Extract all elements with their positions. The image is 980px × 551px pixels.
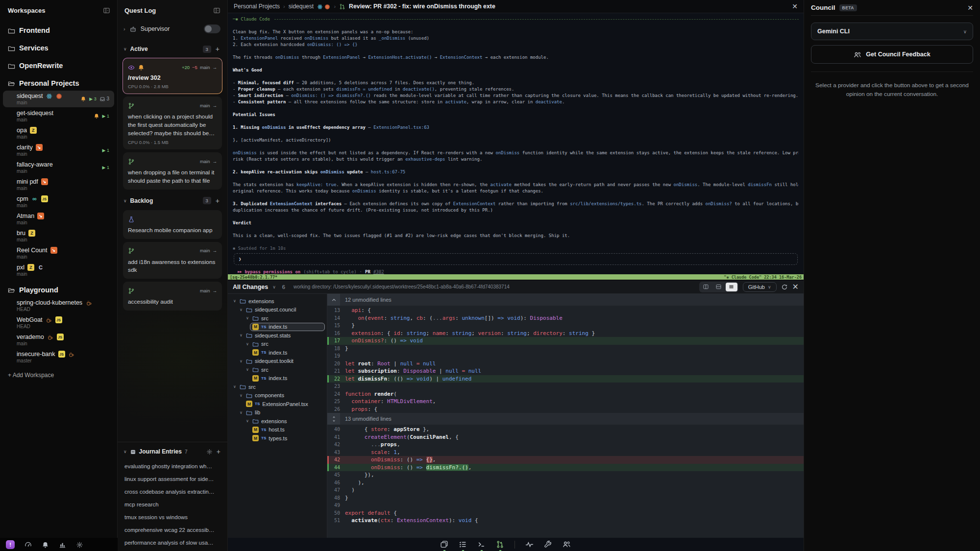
tree-file[interactable]: M TS index.ts [250,374,325,383]
get-council-feedback-button[interactable]: Get Council Feedback [811,45,973,64]
view-split-vertical-button[interactable] [700,283,712,291]
dock-pr-button[interactable] [496,539,504,551]
quest-card[interactable]: Research mobile companion app [122,210,222,240]
collapsed-chunk-header[interactable]: 13 unmodified lines [327,413,804,425]
workspace-item[interactable]: insecure-bank JS master [3,349,114,365]
tree-file[interactable]: M TS index.ts [250,348,325,357]
workspace-item[interactable]: clarity ↘ main ▶ 1 [3,142,114,159]
chevron-down-icon[interactable]: ∨ [123,198,127,203]
workspace-item[interactable]: mini pdf ↘ main [3,176,114,193]
add-quest-button[interactable]: + [215,197,220,205]
alert-button[interactable]: ! [6,540,15,549]
workspace-group-header[interactable]: Personal Projects [8,77,112,89]
supervisor-toggle[interactable] [204,24,220,33]
add-workspace-button[interactable]: + Add Workspace [0,366,117,384]
gear-button[interactable] [76,540,83,549]
close-icon[interactable]: ✕ [792,282,799,291]
dock-term-button[interactable] [477,539,486,551]
journal-entry[interactable]: linux support assessment for side… [118,473,227,485]
provider-dropdown[interactable]: GitHub ∨ [743,282,777,292]
chart-button[interactable] [59,540,66,549]
dock-pulse-button[interactable] [525,539,534,551]
workspace-item[interactable]: sidequest main ▶ 3 3 [3,91,114,107]
gauge-button[interactable] [24,540,32,549]
workspace-group-header[interactable]: Frontend [8,24,112,36]
workspace-item[interactable]: spring-cloud-kubernetes HEAD [3,297,114,314]
supervisor-row[interactable]: › Supervisor [118,20,227,40]
tree-folder[interactable]: ∨extensions [231,297,325,306]
workspace-item[interactable]: opa Z main [3,125,114,142]
add-journal-button[interactable]: + [216,448,221,455]
add-quest-button[interactable]: + [215,45,220,53]
chevron-up-icon[interactable] [327,294,340,306]
journal-entry[interactable]: comprehensive wcag 22 accessib… [118,524,227,536]
tree-folder[interactable]: ∨lib [237,408,325,417]
dock-wrench-button[interactable] [544,539,552,551]
workspace-group-header[interactable]: Playground [8,284,112,296]
workspace-item[interactable]: bru Z main [3,228,114,244]
journal-entry[interactable]: evaluating ghostty integration wh… [118,460,227,473]
tree-folder[interactable]: ∨src [244,365,325,374]
workspace-item[interactable]: verademo JS main [3,332,114,348]
tree-folder[interactable]: ∨src [244,340,325,349]
workspace-item[interactable]: fallacy-aware main ▶ 1 [3,159,114,176]
tree-file[interactable]: M TS host.ts [250,426,325,434]
terminal-prompt-input[interactable]: ❯ [234,253,798,265]
card-meta: +20 −5 main→ [182,65,217,70]
quest-card[interactable]: main→ add i18n awareness to extensions s… [122,241,222,280]
bell-icon [42,541,49,549]
workspace-name: bru [17,230,25,237]
view-split-horizontal-button[interactable] [713,283,725,291]
workspace-item[interactable]: Reel Count ↘ main [3,245,114,262]
pr-link[interactable]: #302 [373,269,384,274]
all-changes-title[interactable]: All Changes [233,284,268,290]
workspace-item[interactable]: WebGoat JS HEAD [3,314,114,331]
tree-folder[interactable]: ∨sidequest.stats [237,331,325,340]
journal-entry[interactable]: tmux session vs windows [118,511,227,524]
collapse-panel-icon[interactable] [103,6,110,15]
collapse-panel-icon[interactable] [213,6,220,15]
refresh-icon[interactable] [781,283,788,291]
workspace-item[interactable]: cpm ∞JS main [3,193,114,210]
close-icon[interactable]: ✕ [792,2,798,10]
dock-checklist-button[interactable] [459,539,467,551]
journal-entry[interactable]: cross codebase analysis extractin… [118,485,227,498]
journal-entry[interactable]: mcp research [118,498,227,511]
quest-card[interactable]: +20 −5 main→ /review 302 CPU 0.0% · 2.8 … [122,58,222,94]
chevron-down-icon[interactable]: ∨ [123,449,127,454]
provider-select[interactable]: Gemini CLI ∨ [811,23,973,40]
provider-label: GitHub [748,284,765,290]
tree-folder[interactable]: ∨sidequest.toolkit [237,357,325,366]
view-unified-button[interactable] [726,283,737,291]
quest-card[interactable]: main→ accessibility audit [122,281,222,311]
workspace-group-header[interactable]: Services [8,42,112,54]
workspace-item[interactable]: get-sidequest main ▶ 1 [3,108,114,124]
diff-line: 42 ...props, [327,441,804,449]
dock-people-button[interactable] [563,539,571,551]
tree-file[interactable]: M TS ExtensionPanel.tsx [244,400,325,408]
tree-file[interactable]: M TS types.ts [250,434,325,443]
tree-folder[interactable]: ∨src [231,383,325,391]
tree-folder[interactable]: ∨components [237,391,325,400]
chevron-down-icon[interactable]: ∨ [272,285,276,289]
chevron-down-icon[interactable]: ∨ [123,47,127,51]
collapsed-chunk-header[interactable]: 12 unmodified lines [327,294,804,306]
tree-file[interactable]: M TS index.ts [250,323,325,332]
bell-button[interactable] [42,540,49,549]
tree-folder[interactable]: ∨extensions [244,417,325,426]
workspace-item[interactable]: Atman ↘ main [3,211,114,227]
tree-folder[interactable]: ∨src [244,314,325,323]
workspace-group-header[interactable]: OpenRewrite [8,60,112,72]
quest-card[interactable]: main→ when clicking on a project should … [122,96,222,150]
tree-folder[interactable]: ∨sidequest.council [237,306,325,314]
line-number: 45 [327,471,345,479]
close-icon[interactable]: ✕ [967,4,973,12]
expand-vertical-icon[interactable] [327,413,340,425]
breadcrumb-root[interactable]: Personal Projects [234,3,280,10]
breadcrumb-project[interactable]: sidequest [289,3,314,10]
journal-entry[interactable]: performance analysis of slow usa… [118,536,227,549]
dock-panels-button[interactable] [440,539,448,551]
quest-card[interactable]: main→ when dropping a file on terminal i… [122,152,222,190]
gear-icon[interactable] [206,447,213,456]
workspace-item[interactable]: pxl ZC main [3,262,114,279]
